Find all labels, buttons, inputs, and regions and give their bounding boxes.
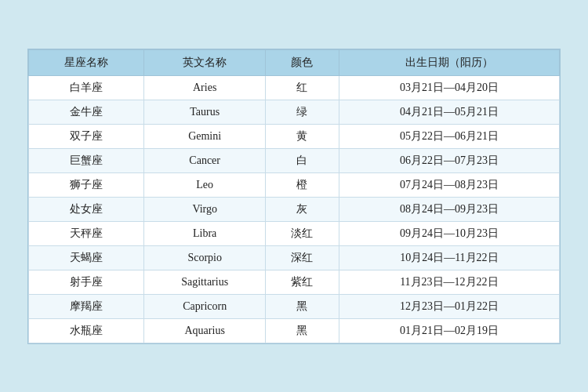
cell-english-name: Scorpio (144, 245, 266, 270)
cell-chinese-name: 巨蟹座 (29, 148, 144, 172)
header-english-name: 英文名称 (144, 49, 266, 75)
cell-english-name: Aries (144, 75, 266, 100)
table-row: 摩羯座Capricorn黑12月23日—01月22日 (29, 294, 560, 318)
table-row: 水瓶座Aquarius黑01月21日—02月19日 (29, 318, 560, 343)
cell-english-name: Gemini (144, 124, 266, 148)
table-row: 双子座Gemini黄05月22日—06月21日 (29, 124, 560, 148)
cell-english-name: Virgo (144, 197, 266, 221)
table-row: 白羊座Aries红03月21日—04月20日 (29, 75, 560, 100)
cell-chinese-name: 天秤座 (29, 221, 144, 245)
header-color: 颜色 (266, 49, 339, 75)
cell-dates: 05月22日—06月21日 (339, 124, 559, 148)
cell-color: 淡红 (266, 221, 339, 245)
table-row: 射手座Sagittarius紫红11月23日—12月22日 (29, 270, 560, 294)
table-row: 狮子座Leo橙07月24日—08月23日 (29, 172, 560, 197)
cell-chinese-name: 摩羯座 (29, 294, 144, 318)
zodiac-table: 星座名称 英文名称 颜色 出生日期（阳历） 白羊座Aries红03月21日—04… (28, 49, 560, 343)
table-row: 处女座Virgo灰08月24日—09月23日 (29, 197, 560, 221)
cell-english-name: Aquarius (144, 318, 266, 343)
header-chinese-name: 星座名称 (29, 49, 144, 75)
cell-english-name: Sagittarius (144, 270, 266, 294)
cell-color: 红 (266, 75, 339, 100)
cell-english-name: Taurus (144, 100, 266, 124)
cell-english-name: Libra (144, 221, 266, 245)
cell-chinese-name: 处女座 (29, 197, 144, 221)
cell-color: 白 (266, 148, 339, 172)
header-dates: 出生日期（阳历） (339, 49, 559, 75)
table-body: 白羊座Aries红03月21日—04月20日金牛座Taurus绿04月21日—0… (29, 75, 560, 343)
cell-dates: 11月23日—12月22日 (339, 270, 559, 294)
cell-dates: 12月23日—01月22日 (339, 294, 559, 318)
cell-chinese-name: 水瓶座 (29, 318, 144, 343)
cell-color: 灰 (266, 197, 339, 221)
cell-chinese-name: 白羊座 (29, 75, 144, 100)
table-row: 天蝎座Scorpio深红10月24日—11月22日 (29, 245, 560, 270)
cell-chinese-name: 天蝎座 (29, 245, 144, 270)
cell-color: 深红 (266, 245, 339, 270)
cell-chinese-name: 射手座 (29, 270, 144, 294)
cell-dates: 01月21日—02月19日 (339, 318, 559, 343)
table-row: 巨蟹座Cancer白06月22日—07月23日 (29, 148, 560, 172)
cell-english-name: Leo (144, 172, 266, 197)
cell-english-name: Capricorn (144, 294, 266, 318)
cell-dates: 06月22日—07月23日 (339, 148, 559, 172)
cell-dates: 07月24日—08月23日 (339, 172, 559, 197)
table-header-row: 星座名称 英文名称 颜色 出生日期（阳历） (29, 49, 560, 75)
cell-chinese-name: 狮子座 (29, 172, 144, 197)
table-row: 金牛座Taurus绿04月21日—05月21日 (29, 100, 560, 124)
zodiac-table-container: 星座名称 英文名称 颜色 出生日期（阳历） 白羊座Aries红03月21日—04… (27, 49, 561, 344)
table-row: 天秤座Libra淡红09月24日—10月23日 (29, 221, 560, 245)
cell-chinese-name: 金牛座 (29, 100, 144, 124)
cell-dates: 03月21日—04月20日 (339, 75, 559, 100)
cell-english-name: Cancer (144, 148, 266, 172)
cell-color: 黑 (266, 294, 339, 318)
cell-color: 绿 (266, 100, 339, 124)
cell-dates: 08月24日—09月23日 (339, 197, 559, 221)
cell-chinese-name: 双子座 (29, 124, 144, 148)
cell-color: 橙 (266, 172, 339, 197)
cell-color: 紫红 (266, 270, 339, 294)
cell-color: 黑 (266, 318, 339, 343)
cell-dates: 09月24日—10月23日 (339, 221, 559, 245)
cell-dates: 10月24日—11月22日 (339, 245, 559, 270)
cell-dates: 04月21日—05月21日 (339, 100, 559, 124)
cell-color: 黄 (266, 124, 339, 148)
